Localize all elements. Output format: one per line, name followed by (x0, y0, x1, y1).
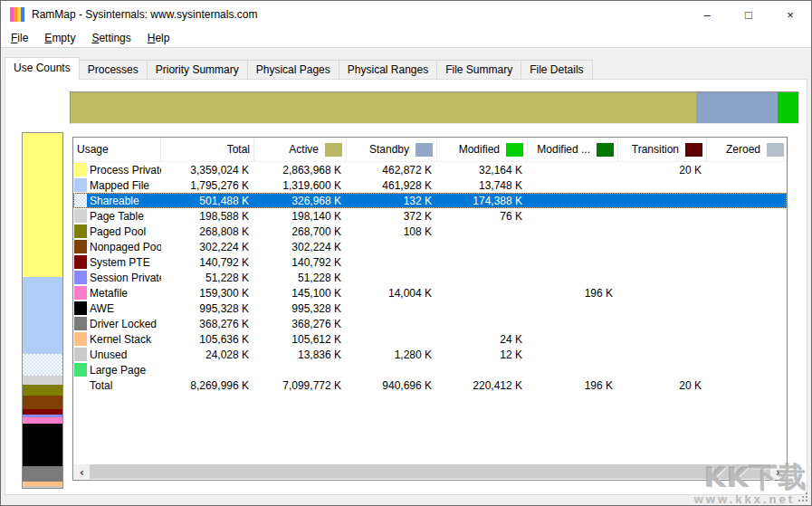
tab-strip: Use CountsProcessesPriority SummaryPhysi… (5, 57, 593, 79)
table-row-session-private[interactable]: Session Private51,228 K51,228 K (73, 270, 787, 285)
table-row-total[interactable]: Total8,269,996 K7,099,772 K940,696 K220,… (73, 377, 787, 393)
cell-active: 995,328 K (254, 302, 347, 315)
cell-active: 105,612 K (254, 333, 347, 346)
tab-file-details[interactable]: File Details (521, 60, 592, 79)
close-button[interactable]: × (769, 1, 811, 28)
maximize-button[interactable]: □ (728, 1, 769, 28)
usage-color-swatch (74, 163, 87, 177)
cell-modified_no_write: 196 K (528, 287, 618, 300)
transition-color-swatch (685, 143, 702, 157)
bar-segment-modified (778, 92, 798, 123)
bar-segment-active (71, 92, 696, 123)
cell-total: 1,795,276 K (161, 179, 254, 192)
bar-segment-system-pte (23, 409, 62, 415)
table-row-nonpaged-pool[interactable]: Nonpaged Pool302,224 K302,224 K (73, 239, 787, 254)
resize-grip-icon[interactable] (798, 492, 807, 501)
cell-active: 326,968 K (254, 195, 347, 207)
table-row-unused[interactable]: Unused24,028 K13,836 K1,280 K12 K (73, 347, 787, 362)
usage-color-swatch (74, 209, 87, 223)
cell-active: 302,224 K (254, 241, 347, 253)
table-row-awe[interactable]: AWE995,328 K995,328 K (73, 301, 787, 316)
usage-color-swatch (74, 317, 87, 330)
column-header-modified[interactable]: Modified (437, 138, 528, 161)
table-row-metafile[interactable]: Metafile159,300 K145,100 K14,004 K196 K (73, 285, 787, 301)
usage-color-swatch (74, 240, 87, 253)
cell-total: 368,276 K (161, 318, 254, 330)
cell-total: 268,808 K (161, 225, 254, 238)
cell-active: 140,792 K (254, 256, 347, 269)
table-row-kernel-stack[interactable]: Kernel Stack105,636 K105,612 K24 K (73, 331, 787, 347)
scroll-left-icon[interactable]: ‹ (74, 464, 90, 479)
tab-priority-summary[interactable]: Priority Summary (147, 60, 248, 79)
app-icon (10, 7, 24, 22)
scroll-right-icon[interactable]: › (770, 464, 786, 479)
usage-label: Large Page (90, 364, 146, 377)
rammap-window: RamMap - Sysinternals: www.sysinternals.… (0, 0, 812, 506)
cell-modified: 13,748 K (437, 179, 528, 192)
column-label-standby: Standby (369, 143, 409, 156)
column-header-transition[interactable]: Transition (618, 138, 707, 161)
menu-bar: FileEmptySettingsHelp (1, 28, 811, 48)
usage-color-swatch (74, 363, 87, 377)
cell-standby: 461,928 K (347, 179, 437, 192)
column-header-zeroed[interactable]: Zeroed (707, 138, 788, 161)
table-row-shareable[interactable]: Shareable501,488 K326,968 K132 K174,388 … (73, 193, 787, 208)
usage-color-swatch (74, 271, 87, 284)
column-label-active: Active (289, 143, 319, 156)
cell-total: 3,359,024 K (161, 164, 254, 177)
column-label-zeroed: Zeroed (726, 143, 760, 156)
table-body: Process Private3,359,024 K2,863,968 K462… (73, 162, 787, 393)
scrollbar-thumb[interactable] (90, 464, 770, 479)
use-counts-page: UsageTotalActiveStandbyModifiedModified … (5, 79, 807, 495)
menu-item-help[interactable]: Help (139, 30, 178, 46)
usage-color-swatch (74, 378, 87, 392)
cell-standby: 940,696 K (347, 379, 437, 392)
table-row-process-private[interactable]: Process Private3,359,024 K2,863,968 K462… (73, 162, 787, 177)
cell-modified: 32,164 K (437, 164, 528, 177)
usage-label: Metafile (90, 287, 128, 300)
zeroed-color-swatch (767, 143, 784, 157)
tab-file-summary[interactable]: File Summary (436, 60, 521, 79)
memory-list-bar (70, 91, 799, 124)
usage-color-swatch (74, 301, 87, 315)
cell-total: 24,028 K (161, 348, 254, 361)
cell-standby: 132 K (347, 195, 437, 207)
table-row-system-pte[interactable]: System PTE140,792 K140,792 K (73, 254, 787, 270)
cell-active: 268,700 K (254, 225, 347, 238)
cell-modified: 76 K (437, 210, 528, 223)
window-controls: – □ × (686, 1, 811, 28)
tab-processes[interactable]: Processes (79, 60, 148, 79)
cell-total: 302,224 K (161, 241, 254, 253)
cell-active: 1,319,600 K (254, 179, 347, 192)
cell-active: 51,228 K (254, 272, 347, 284)
usage-label: Kernel Stack (90, 333, 151, 346)
menu-item-settings[interactable]: Settings (83, 30, 139, 46)
cell-total: 995,328 K (161, 302, 254, 315)
column-header-total[interactable]: Total (161, 138, 254, 161)
horizontal-scrollbar[interactable]: ‹ › (74, 464, 786, 479)
usage-label: Nonpaged Pool (90, 241, 161, 253)
tab-use-counts[interactable]: Use Counts (5, 57, 80, 80)
tab-physical-pages[interactable]: Physical Pages (247, 60, 339, 79)
cell-transition: 20 K (618, 379, 707, 392)
usage-label: Total (90, 379, 112, 392)
column-header-usage[interactable]: Usage (73, 138, 161, 161)
table-row-paged-pool[interactable]: Paged Pool268,808 K268,700 K108 K (73, 224, 787, 239)
tab-physical-ranges[interactable]: Physical Ranges (339, 60, 437, 79)
cell-total: 159,300 K (161, 287, 254, 300)
minimize-button[interactable]: – (686, 1, 728, 28)
column-header-modified_no_write[interactable]: Modified ... (528, 138, 618, 161)
column-label-modified_no_write: Modified ... (537, 143, 590, 156)
menu-item-empty[interactable]: Empty (36, 30, 83, 46)
table-row-driver-locked[interactable]: Driver Locked368,276 K368,276 K (73, 316, 787, 331)
column-header-standby[interactable]: Standby (347, 138, 437, 161)
table-row-page-table[interactable]: Page Table198,588 K198,140 K372 K76 K (73, 208, 787, 224)
table-row-mapped-file[interactable]: Mapped File1,795,276 K1,319,600 K461,928… (73, 177, 787, 193)
cell-total: 105,636 K (161, 333, 254, 346)
use-counts-table: UsageTotalActiveStandbyModifiedModified … (72, 137, 788, 481)
menu-item-file[interactable]: File (3, 30, 36, 46)
usage-label: Session Private (90, 272, 161, 284)
usage-label: Process Private (90, 164, 161, 177)
column-header-active[interactable]: Active (254, 138, 347, 161)
table-row-large-page[interactable]: Large Page (73, 362, 787, 377)
